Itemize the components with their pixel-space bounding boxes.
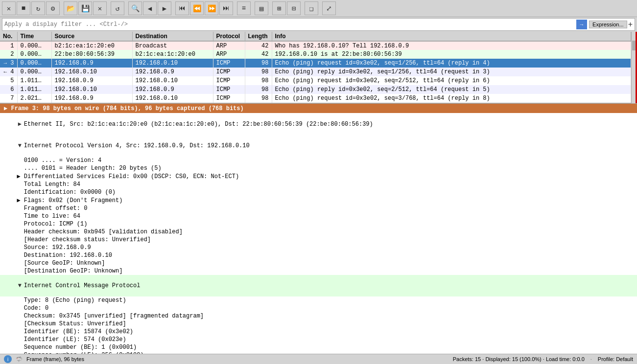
- columns-icon[interactable]: ▤: [255, 1, 268, 15]
- col-header-info[interactable]: Info: [272, 32, 631, 41]
- close-icon[interactable]: ✕: [2, 1, 16, 15]
- col-header-time[interactable]: Time: [17, 32, 51, 41]
- detail-pane: ▶ Frame 3: 98 bytes on wire (784 bits), …: [0, 103, 637, 354]
- status-sep2: ·: [590, 356, 592, 362]
- frame-header-row[interactable]: ▶ Frame 3: 98 bytes on wire (784 bits), …: [0, 104, 637, 113]
- col-header-length[interactable]: Length: [245, 32, 272, 41]
- settings-icon[interactable]: ⚙: [46, 1, 60, 15]
- ip-detail-line: Identification: 0x0000 (0): [0, 188, 637, 196]
- go-next-icon[interactable]: ⏩: [205, 1, 218, 15]
- packets-status-text: Packets: 15 · Displayed: 15 (100.0%) · L…: [453, 356, 585, 362]
- ip-detail-line: Source: 192.168.0.9: [0, 244, 637, 251]
- ethernet-toggle-icon: ▶: [18, 120, 24, 128]
- status-bar: i 🦈 Frame (frame), 96 bytes Packets: 15 …: [0, 354, 637, 364]
- save-icon[interactable]: 💾: [78, 1, 92, 15]
- icmp-header-row[interactable]: ▼ Internet Control Message Protocol: [0, 275, 637, 296]
- ip-header-row[interactable]: ▼ Internet Protocol Version 4, Src: 192.…: [0, 135, 637, 157]
- ip-header-text: Internet Protocol Version 4, Src: 192.16…: [24, 142, 250, 149]
- icmp-lines: Type: 8 (Echo (ping) request) Code: 0 Ch…: [0, 296, 637, 354]
- go-last-icon[interactable]: ⏭: [219, 1, 233, 15]
- table-row[interactable]: → 3 0.000… 192.168.0.9 192.168.0.10 ICMP…: [0, 59, 631, 68]
- ip-detail-line: .... 0101 = Header Length: 20 bytes (5): [0, 164, 637, 172]
- go-first-icon[interactable]: ⏮: [175, 1, 189, 15]
- ip-detail-line: Total Length: 84: [0, 181, 637, 188]
- ip-detail-line: Destination: 192.168.0.10: [0, 251, 637, 259]
- col-header-source[interactable]: Source: [51, 32, 132, 41]
- page-icon[interactable]: ❑: [305, 1, 318, 15]
- table-row[interactable]: 7 2.021… 192.168.0.9 192.168.0.10 ICMP 9…: [0, 94, 631, 103]
- icmp-detail-line: Identifier (BE): 15874 (0x3e02): [0, 328, 637, 336]
- icmp-detail-line: Identifier (LE): 574 (0x023e): [0, 336, 637, 343]
- add-col-icon[interactable]: ⊞: [272, 1, 286, 15]
- ip-detail-line: 0100 .... = Version: 4: [0, 157, 637, 164]
- packet-list-scrollbar[interactable]: [631, 32, 637, 103]
- filter-bar: → Expression... +: [2, 18, 635, 31]
- icmp-detail-line: [Checksum Status: Unverified]: [0, 320, 637, 328]
- filter-input[interactable]: [4, 21, 576, 28]
- icmp-detail-line: Sequence number (BE): 1 (0x0001): [0, 343, 637, 351]
- status-icon: i: [4, 355, 12, 363]
- table-row[interactable]: ← 4 0.000… 192.168.0.10 192.168.0.9 ICMP…: [0, 68, 631, 76]
- col-header-no[interactable]: No.: [0, 32, 17, 41]
- ethernet-text: Ethernet II, Src: b2:1c:ea:1c:20:e0 (b2:…: [24, 121, 373, 128]
- ip-detail-line: [Source GeoIP: Unknown]: [0, 259, 637, 267]
- open-icon[interactable]: 📂: [64, 1, 77, 15]
- add-filter-button[interactable]: +: [628, 20, 633, 29]
- stop-icon[interactable]: ■: [17, 1, 30, 15]
- reload-icon[interactable]: ↺: [111, 1, 124, 15]
- table-row[interactable]: 1 0.000… b2:1c:ea:1c:20:e0 Broadcast ARP…: [0, 41, 631, 50]
- ip-detail-line: Fragment offset: 0: [0, 205, 637, 212]
- icmp-toggle-icon: ▼: [18, 282, 24, 289]
- icmp-header-text: Internet Control Message Protocol: [24, 282, 141, 289]
- ip-detail-line: Header checksum: 0xb945 [validation disa…: [0, 228, 637, 236]
- resize-icon[interactable]: ⤢: [322, 1, 336, 15]
- packet-list: No. Time Source Destination Protocol Len…: [0, 32, 631, 103]
- profile-status-text: Profile: Default: [598, 356, 633, 362]
- expression-button[interactable]: Expression...: [589, 21, 627, 28]
- icmp-detail-line: Code: 0: [0, 304, 637, 312]
- packet-list-wrapper: No. Time Source Destination Protocol Len…: [0, 32, 637, 103]
- prev-icon[interactable]: ◀: [143, 1, 157, 15]
- remove-col-icon[interactable]: ⊟: [287, 1, 301, 15]
- search-icon[interactable]: 🔍: [128, 1, 142, 15]
- col-header-protocol[interactable]: Protocol: [213, 32, 245, 41]
- table-row[interactable]: 2 0.000… 22:be:80:60:56:39 b2:1c:ea:1c:2…: [0, 50, 631, 59]
- ip-detail-line: ▶ Flags: 0x02 (Don't Fragment): [0, 196, 637, 205]
- restart-icon[interactable]: ↻: [31, 1, 45, 15]
- ip-detail-line: Protocol: ICMP (1): [0, 220, 637, 228]
- table-row[interactable]: 5 1.011… 192.168.0.9 192.168.0.10 ICMP 9…: [0, 76, 631, 85]
- icmp-detail-line: Type: 8 (Echo (ping) request): [0, 296, 637, 304]
- table-row[interactable]: 6 1.011… 192.168.0.10 192.168.0.9 ICMP 9…: [0, 85, 631, 94]
- go-prev-icon[interactable]: ⏪: [190, 1, 204, 15]
- toolbar: ✕ ■ ↻ ⚙ 📂 💾 ✕ ↺ 🔍 ◀ ▶ ⏮ ⏪ ⏩ ⏭ ≡ ▤ ⊞ ⊟ ❑ …: [0, 0, 637, 17]
- icmp-detail-line: Checksum: 0x3745 [unverified] [fragmente…: [0, 312, 637, 320]
- frame-collapse-icon: ▶: [4, 105, 11, 112]
- next-icon[interactable]: ▶: [158, 1, 171, 15]
- ip-detail-line: ▶ Differentiated Services Field: 0x00 (D…: [0, 172, 637, 181]
- ethernet-row[interactable]: ▶ Ethernet II, Src: b2:1c:ea:1c:20:e0 (b…: [0, 113, 637, 135]
- frame-status-text: Frame (frame), 96 bytes: [26, 356, 84, 362]
- status-shark-icon: 🦈: [16, 356, 23, 363]
- ip-lines: 0100 .... = Version: 4 .... 0101 = Heade…: [0, 157, 637, 275]
- col-header-destination[interactable]: Destination: [132, 32, 213, 41]
- frame-header-text: Frame 3: 98 bytes on wire (784 bits), 96…: [11, 105, 243, 112]
- ip-detail-line: [Destination GeoIP: Unknown]: [0, 267, 637, 275]
- list-icon[interactable]: ≡: [237, 1, 251, 15]
- filter-apply-button[interactable]: →: [576, 20, 587, 29]
- close-capture-icon[interactable]: ✕: [93, 1, 107, 15]
- ip-toggle-icon: ▼: [18, 142, 24, 149]
- ip-detail-line: [Header checksum status: Unverified]: [0, 236, 637, 244]
- ip-detail-line: Time to live: 64: [0, 212, 637, 220]
